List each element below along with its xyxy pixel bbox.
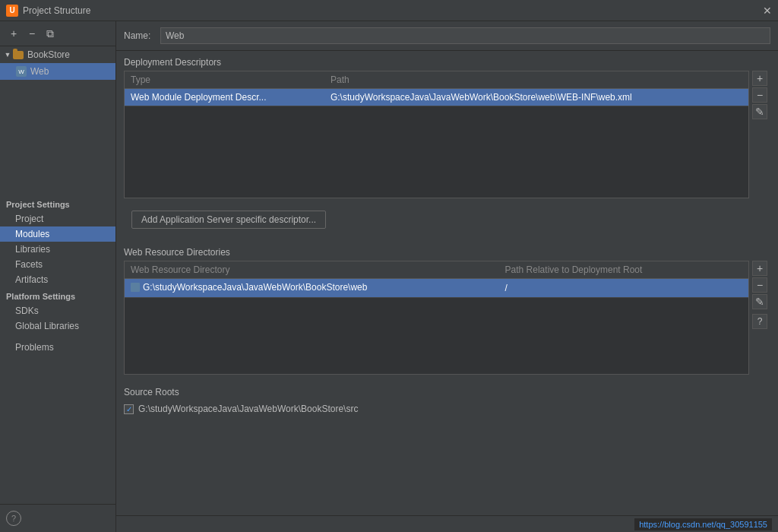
deployment-side-buttons: + − ✎ [749,71,770,198]
source-roots-title: Source Roots [116,381,778,401]
nav-facets[interactable]: Facets [0,257,115,272]
sidebar: + − ⧉ ▼ BookStore W Web Project Setting [0,21,116,532]
web-resource-table: Web Resource Directory Path Relative to … [125,261,748,298]
source-path: G:\studyWorkspaceJava\JavaWebWork\BookSt… [138,404,358,414]
add-module-button[interactable]: + [6,26,21,41]
col-rel-path: Path Relative to Deployment Root [499,261,748,279]
nav-problems[interactable]: Problems [0,340,115,355]
deployment-table-area: Type Path Web Module Deployment Descr...… [124,71,770,198]
copy-module-button[interactable]: ⧉ [43,26,58,41]
remove-web-dir-button[interactable]: − [752,277,767,293]
nav-global-libraries[interactable]: Global Libraries [0,318,115,334]
content-scroll: Deployment Descriptors Type Path Web Mod [116,51,778,515]
add-descriptor-button[interactable]: + [752,71,767,86]
app-icon: U [6,5,18,17]
nav-modules[interactable]: Modules [0,226,115,242]
web-label: Web [30,66,49,77]
table-row[interactable]: G:\studyWorkspaceJava\JavaWebWork\BookSt… [125,279,748,298]
nav-sdks[interactable]: SDKs [0,303,115,318]
web-module-icon: W [15,65,27,78]
deployment-descriptors-title: Deployment Descriptors [116,51,778,71]
help-button[interactable]: ? [6,511,21,526]
web-resource-table-area: Web Resource Directory Path Relative to … [124,261,770,375]
deployment-table-container: Type Path Web Module Deployment Descr...… [124,71,749,198]
name-row: Name: [116,21,778,51]
col-type: Type [125,71,324,89]
bookstore-label: BookStore [27,49,70,60]
cell-path: G:\studyWorkspaceJava\JavaWebWork\BookSt… [324,89,748,106]
sidebar-bottom: ? [0,504,115,532]
close-button[interactable]: ✕ [763,5,772,17]
project-settings-heading: Project Settings [0,195,115,211]
cell-dir: G:\studyWorkspaceJava\JavaWebWork\BookSt… [125,279,499,298]
title-bar-left: U Project Structure [6,5,90,17]
remove-descriptor-button[interactable]: − [752,87,767,103]
remove-module-button[interactable]: − [24,26,40,41]
module-tree: ▼ BookStore W Web [0,46,115,195]
content-area: Name: Deployment Descriptors Type Path [116,21,778,532]
tree-item-web[interactable]: W Web [0,63,115,80]
main-container: + − ⧉ ▼ BookStore W Web Project Setting [0,21,778,532]
window-title: Project Structure [23,5,90,16]
nav-libraries[interactable]: Libraries [0,242,115,257]
table-row[interactable]: Web Module Deployment Descr... G:\studyW… [125,89,748,106]
col-path: Path [324,71,748,89]
source-row: G:\studyWorkspaceJava\JavaWebWork\BookSt… [116,401,778,417]
web-resource-table-container: Web Resource Directory Path Relative to … [124,261,749,375]
status-bar: https://blog.csdn.net/qq_30591155 [116,515,778,532]
help-web-dir-button[interactable]: ? [752,314,767,329]
sidebar-toolbar: + − ⧉ [0,21,115,46]
cell-rel-path: / [499,279,748,298]
nav-project[interactable]: Project [0,211,115,226]
add-app-server-button[interactable]: Add Application Server specific descript… [131,211,326,229]
name-label: Name: [124,30,154,41]
col-web-dir: Web Resource Directory [125,261,499,279]
web-resource-title: Web Resource Directories [116,241,778,261]
nav-artifacts[interactable]: Artifacts [0,272,115,287]
cell-type: Web Module Deployment Descr... [125,89,324,106]
tree-item-bookstore[interactable]: ▼ BookStore [0,46,115,63]
source-checkbox[interactable] [124,404,134,414]
title-bar: U Project Structure ✕ [0,0,778,21]
deployment-table: Type Path Web Module Deployment Descr...… [125,71,748,106]
expand-arrow: ▼ [3,50,12,59]
platform-settings-heading: Platform Settings [0,287,115,303]
edit-descriptor-button[interactable]: ✎ [752,104,767,119]
folder-icon [12,49,24,61]
add-web-dir-button[interactable]: + [752,261,767,276]
name-input[interactable] [160,27,770,44]
web-resource-side-buttons: + − ✎ ? [749,261,770,375]
status-link[interactable]: https://blog.csdn.net/qq_30591155 [634,518,772,530]
edit-web-dir-button[interactable]: ✎ [752,294,767,309]
